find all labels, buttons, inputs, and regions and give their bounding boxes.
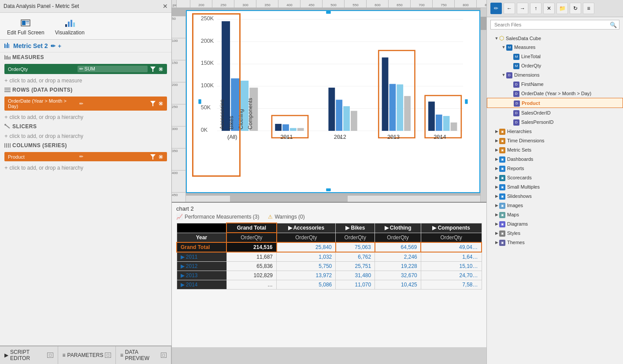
tree-item-images[interactable]: ▶▣Images — [487, 201, 623, 210]
search-box: 🔍 — [490, 20, 619, 30]
tree-item-measures[interactable]: ▼MMeasures — [487, 42, 623, 52]
dimension-type-icon: D — [513, 119, 519, 126]
arrow-forward-btn[interactable]: → — [517, 3, 528, 14]
add-measure-row[interactable]: + click to add, or drop a measure — [0, 76, 171, 85]
tree-item-styles[interactable]: ▶▣Styles — [487, 228, 623, 238]
pencil-tool-btn[interactable]: ✏ — [490, 3, 502, 14]
tree-item-maps[interactable]: ▶▣Maps — [487, 210, 623, 219]
tree-item-dimensions[interactable]: ▼DDimensions — [487, 70, 623, 79]
parameters-tab[interactable]: ≡ PARAMETERS □ — [58, 346, 116, 364]
right-panel: ✏ ← → ↑ ✕ 📁 ↻ ≡ 🔍 ▼ ⬡ SalesData Cube ▼MM… — [486, 0, 623, 364]
clothing-header[interactable]: ▶ Clothing — [375, 223, 421, 233]
tree-item-hierarchies[interactable]: ▶▣Hierarchies — [487, 126, 623, 136]
scrollbar-thumb[interactable] — [481, 17, 486, 30]
tree-item-product[interactable]: DProduct — [487, 98, 623, 108]
table-row: ▶ 2014…5,08611,07010,4257,58… — [177, 280, 482, 290]
year-cell: 1,64… — [421, 252, 482, 262]
vertical-scrollbar[interactable] — [480, 8, 486, 202]
delete-btn[interactable]: ✕ — [543, 3, 555, 14]
performance-status[interactable]: 📈 Performance Measurements (3) — [176, 214, 259, 220]
tree-item-scorecards[interactable]: ▶▣Scorecards — [487, 173, 623, 182]
order-qty-measure[interactable]: OrderQty ✏ SUM — [4, 64, 167, 74]
svg-text:100K: 100K — [201, 82, 214, 89]
arrow-up-btn[interactable]: ↑ — [530, 3, 541, 14]
svg-rect-6 — [70, 20, 72, 27]
close-icon[interactable]: ✕ — [163, 3, 168, 10]
bottom-tabs: ▶ SCRIPT EDITOR □ ≡ PARAMETERS □ ≡ DATA … — [0, 345, 171, 364]
tree-item-salesorderid[interactable]: DSalesOrderID — [487, 108, 623, 117]
add-rows-row[interactable]: + click to add, or drop a hierarchy — [0, 112, 171, 122]
bikes-header[interactable]: ▶ Bikes — [336, 223, 375, 233]
folder-btn[interactable]: 📁 — [556, 3, 568, 14]
item-icon: ▣ — [499, 137, 505, 144]
tree-item-dashboards[interactable]: ▶▣Dashboards — [487, 154, 623, 163]
remove-measure-icon[interactable] — [158, 67, 163, 72]
year-cell: 31,480 — [336, 271, 375, 280]
add-slicers-row[interactable]: + click to add, or drop a hierarchy — [0, 131, 171, 141]
dimension-type-icon: D — [513, 91, 519, 97]
search-input[interactable] — [490, 20, 619, 30]
item-icon: ▣ — [499, 211, 505, 218]
components-header[interactable]: ▶ Components — [421, 223, 482, 233]
add-columns-row[interactable]: + click to add, or drop a hierarchy — [0, 163, 171, 172]
more-btn[interactable]: ≡ — [583, 3, 594, 14]
visualization-button[interactable]: Visualization — [55, 16, 85, 36]
data-preview-tab[interactable]: ≡ DATA PREVIEW □ — [116, 346, 171, 364]
add-columns-plus: + — [4, 164, 8, 171]
tree-item-diagrams[interactable]: ▶▣Diagrams — [487, 219, 623, 228]
order-date-hierarchy[interactable]: OrderDate (Year > Month > Day) ✏ — [4, 97, 167, 111]
tree-item-small-multiples[interactable]: ▶▣Small Multiples — [487, 182, 623, 191]
tree-item-orderqty[interactable]: MOrderQty — [487, 61, 623, 70]
tree-item-linetotal[interactable]: MLineTotal — [487, 52, 623, 61]
performance-icon: 📈 — [176, 214, 183, 220]
expand-arrow: ▶ — [494, 240, 499, 245]
tree-item-themes[interactable]: ▶▣Themes — [487, 238, 623, 247]
tree-item-firstname[interactable]: DFirstName — [487, 79, 623, 89]
year-row-label: ▶ 2014 — [177, 280, 226, 290]
product-column[interactable]: Product ✏ — [4, 152, 167, 161]
components-sub: OrderQty — [421, 233, 482, 242]
tree-item-orderdate--year---month---day-[interactable]: DOrderDate (Year > Month > Day) — [487, 89, 623, 98]
edit-full-screen-button[interactable]: Edit Full Screen — [7, 16, 44, 36]
tree-item-reports[interactable]: ▶▣Reports — [487, 163, 623, 173]
metric-set-add-icon[interactable]: + — [58, 43, 62, 49]
item-icon: ▣ — [499, 164, 505, 172]
item-label: Themes — [507, 240, 623, 245]
v-ruler-mark: 100 — [172, 38, 185, 60]
item-icon: D — [513, 109, 519, 116]
remove-column-icon[interactable] — [158, 154, 163, 160]
child-label: LineTotal — [521, 54, 623, 59]
arrow-back-btn[interactable]: ← — [504, 3, 515, 14]
child-label: OrderQty — [521, 63, 623, 68]
script-editor-tab[interactable]: ▶ SCRIPT EDITOR □ — [0, 346, 58, 364]
refresh-btn[interactable]: ↻ — [570, 3, 581, 14]
tree-item-time-dimensions[interactable]: ▶▣Time Dimensions — [487, 136, 623, 145]
tree-item-salespersonid[interactable]: DSalesPersonID — [487, 117, 623, 126]
root-label: SalesData Cube — [506, 36, 623, 41]
expand-arrow: ▶ — [494, 194, 499, 198]
grand-total-header[interactable]: Grand Total — [226, 223, 276, 233]
edit-full-screen-icon — [19, 16, 32, 29]
year-cell: 25,751 — [336, 262, 375, 271]
toolbar-row: Edit Full Screen Visualization — [0, 13, 171, 40]
svg-text:200K: 200K — [201, 38, 214, 44]
expand-arrow: ▶ — [494, 148, 499, 152]
warnings-status[interactable]: ⚠ Warnings (0) — [268, 214, 304, 220]
expand-arrow: ▶ — [494, 166, 499, 171]
h-scrollbar-thumb[interactable] — [230, 196, 348, 202]
horizontal-scrollbar[interactable] — [186, 196, 480, 202]
accessories-header[interactable]: ▶ Accessories — [277, 223, 336, 233]
svg-rect-73 — [382, 57, 389, 131]
remove-hierarchy-icon[interactable] — [158, 101, 163, 106]
tree-item-metric-sets[interactable]: ▶▣Metric Sets — [487, 145, 623, 154]
svg-rect-5 — [68, 22, 70, 27]
bikes-sub: OrderQty — [336, 233, 375, 242]
year-cell: 102,829 — [226, 271, 276, 280]
left-panel: Data Analysis Panel - Metric Set ✕ Edit … — [0, 0, 172, 364]
svg-rect-2 — [26, 21, 29, 22]
svg-rect-23 — [4, 91, 11, 92]
tree-root[interactable]: ▼ ⬡ SalesData Cube — [487, 34, 623, 42]
tree-item-slideshows[interactable]: ▶▣Slideshows — [487, 191, 623, 201]
measures-folder-icon: M — [506, 45, 512, 51]
metric-set-edit-icon[interactable]: ✏ — [51, 43, 56, 49]
